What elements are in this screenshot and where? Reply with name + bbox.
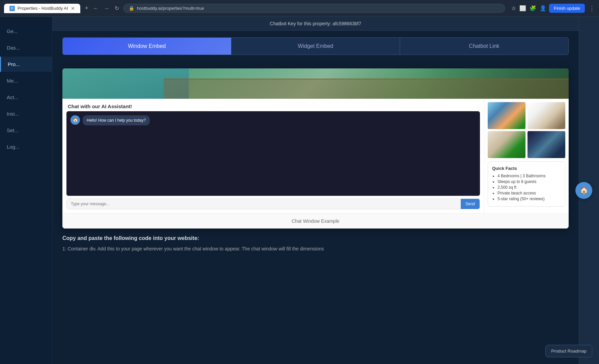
quick-fact-item: Private beach access — [497, 191, 561, 195]
browser-chrome: H Properties - HostBuddy AI ✕ + ← → ↻ 🔒 … — [0, 0, 599, 17]
star-icon[interactable]: ☆ — [511, 5, 516, 11]
sidebar: Ge... Das... Pro... Me... Act... Insi...… — [0, 17, 52, 364]
chat-input-bar: Send — [66, 199, 480, 209]
finish-update-button[interactable]: Finish update — [549, 4, 585, 13]
chat-send-button[interactable]: Send — [461, 199, 480, 209]
chat-layout: Chat with our AI Assistant! 🏠 Hello! How… — [62, 99, 569, 213]
chat-message: 🏠 Hello! How can I help you today? — [70, 115, 476, 125]
tab-widget-embed[interactable]: Widget Embed — [231, 38, 400, 55]
sidebar-item-settings[interactable]: Set... — [0, 123, 52, 138]
chatbot-key-bar: Chatbot Key for this property: afc598663… — [52, 17, 579, 31]
browser-tab[interactable]: H Properties - HostBuddy AI ✕ — [4, 4, 80, 13]
quick-fact-item: Sleeps up to 8 guests — [497, 179, 561, 184]
photo-beach — [488, 102, 525, 129]
profile-icon[interactable]: 👤 — [540, 5, 546, 11]
quick-facts-list: 4 Bedrooms | 3 Bathrooms Sleeps up to 8 … — [492, 174, 561, 201]
product-roadmap-button[interactable]: Product Roadmap — [545, 345, 592, 357]
forward-button[interactable]: → — [103, 4, 111, 13]
main-layout: Ge... Das... Pro... Me... Act... Insi...… — [0, 17, 599, 364]
code-section: Copy and paste the following code into y… — [62, 235, 569, 252]
quick-fact-item: 4 Bedrooms | 3 Bathrooms — [497, 174, 561, 178]
chatbot-key-text: Chatbot Key for this property: afc598663… — [270, 21, 361, 26]
content-area: Chatbot Key for this property: afc598663… — [52, 17, 579, 364]
back-button[interactable]: ← — [92, 4, 100, 13]
tab-close-button[interactable]: ✕ — [71, 6, 75, 11]
sidebar-item-messages[interactable]: Me... — [0, 73, 52, 88]
photo-night — [527, 131, 565, 158]
browser-nav: ← → ↻ 🔒 hostbuddy.ai/properties?multi=tr… — [92, 4, 595, 13]
browser-action-icons: ☆ ⬜ 🧩 👤 — [511, 5, 546, 11]
lock-icon: 🔒 — [129, 6, 134, 11]
sidebar-item-insights[interactable]: Insi... — [0, 106, 52, 121]
url-text: hostbuddy.ai/properties?multi=true — [137, 6, 204, 11]
tabs-section: Window Embed Widget Embed Chatbot Link — [52, 31, 579, 62]
embed-tabs: Window Embed Widget Embed Chatbot Link — [62, 37, 569, 55]
chat-avatar: 🏠 — [70, 115, 80, 125]
sidebar-item-activity[interactable]: Act... — [0, 90, 52, 105]
sidebar-item-logout[interactable]: Log... — [0, 139, 52, 154]
more-options-button[interactable]: ⋮ — [589, 5, 595, 12]
screen-cast-icon[interactable]: ⬜ — [519, 5, 526, 11]
chat-input-field[interactable] — [67, 199, 461, 209]
code-instruction: 1: Container div. Add this to your page … — [62, 245, 569, 252]
sidebar-item-general[interactable]: Ge... — [0, 24, 52, 39]
preview-container: Chat with our AI Assistant! 🏠 Hello! How… — [62, 68, 569, 229]
photo-modern — [488, 131, 525, 158]
hero-deck — [164, 79, 569, 99]
preview-caption: Chat Window Example — [62, 213, 569, 229]
chat-left-panel: Chat with our AI Assistant! 🏠 Hello! How… — [62, 99, 484, 213]
chat-window: 🏠 Hello! How can I help you today? — [66, 111, 480, 196]
floating-widget-button[interactable]: 🏠 — [575, 182, 592, 199]
quick-facts-title: Quick Facts — [492, 166, 561, 171]
new-tab-button[interactable]: + — [85, 5, 89, 12]
quick-fact-item: 2,500 sq ft — [497, 185, 561, 190]
photo-grid — [488, 102, 565, 158]
chat-bubble: Hello! How can I help you today? — [83, 115, 150, 125]
refresh-button[interactable]: ↻ — [113, 4, 120, 13]
chat-right-panel: Quick Facts 4 Bedrooms | 3 Bathrooms Sle… — [484, 99, 569, 213]
quick-fact-item: 5-star rating (50+ reviews) — [497, 196, 561, 201]
address-bar[interactable]: 🔒 hostbuddy.ai/properties?multi=true — [123, 4, 505, 13]
code-section-title: Copy and paste the following code into y… — [62, 235, 569, 241]
right-panel: 🏠 — [579, 17, 599, 364]
extensions-icon[interactable]: 🧩 — [530, 5, 536, 11]
tab-favicon: H — [9, 6, 15, 11]
tab-window-embed[interactable]: Window Embed — [63, 38, 231, 55]
tab-chatbot-link[interactable]: Chatbot Link — [400, 38, 568, 55]
tab-title: Properties - HostBuddy AI — [18, 6, 68, 11]
property-hero-image — [62, 68, 569, 99]
quick-facts: Quick Facts 4 Bedrooms | 3 Bathrooms Sle… — [488, 161, 565, 207]
sidebar-item-dashboard[interactable]: Das... — [0, 40, 52, 55]
sidebar-item-properties[interactable]: Pro... — [0, 57, 52, 72]
photo-villa — [527, 102, 565, 129]
chat-title: Chat with our AI Assistant! — [62, 99, 484, 111]
